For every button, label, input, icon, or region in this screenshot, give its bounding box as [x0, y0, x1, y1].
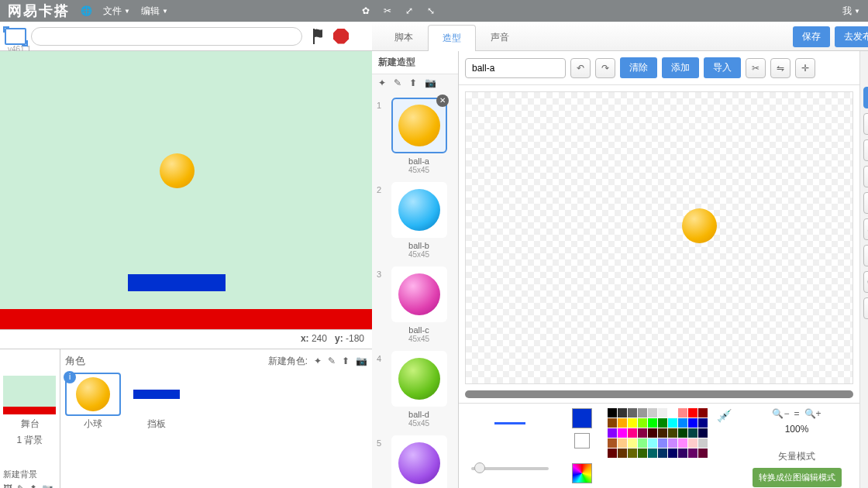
save-button[interactable]: 保存 — [793, 26, 830, 47]
stop-button[interactable] — [333, 29, 349, 44]
text-tool-icon[interactable]: T — [863, 245, 869, 266]
line-tool-icon[interactable]: ＼ — [863, 166, 869, 187]
sprite-item-ball[interactable]: i 小球 — [65, 373, 121, 431]
costume-item-ball-b[interactable]: 2 ✕ ball-b 45x45 — [388, 182, 450, 259]
palette-swatch[interactable] — [618, 448, 627, 458]
palette-swatch[interactable] — [608, 428, 617, 438]
reshape-tool-icon[interactable]: 〰 — [863, 113, 869, 135]
backdrop-camera-icon[interactable]: 📷 — [42, 483, 53, 488]
palette-swatch[interactable] — [648, 438, 657, 448]
fullscreen-icon[interactable] — [5, 28, 26, 45]
tab-costumes[interactable]: 造型 — [428, 25, 476, 51]
canvas-ball-shape[interactable] — [682, 208, 717, 243]
zoom-out-icon[interactable]: 🔍− — [772, 408, 789, 419]
green-flag-button[interactable] — [310, 27, 329, 46]
palette-swatch[interactable] — [668, 418, 677, 428]
palette-swatch[interactable] — [648, 428, 657, 438]
crop-icon[interactable]: ✂ — [746, 58, 766, 78]
costume-camera-icon[interactable]: 📷 — [425, 77, 436, 88]
redo-button[interactable]: ↷ — [595, 58, 615, 78]
palette-swatch[interactable] — [648, 418, 657, 428]
stage-thumbnail[interactable] — [3, 376, 56, 414]
palette-swatch[interactable] — [608, 418, 617, 428]
palette-swatch[interactable] — [638, 418, 647, 428]
palette-swatch[interactable] — [668, 428, 677, 438]
palette-swatch[interactable] — [698, 438, 708, 448]
palette-swatch[interactable] — [618, 428, 627, 438]
grow-icon[interactable]: ⤢ — [405, 5, 413, 16]
palette-swatch[interactable] — [658, 418, 667, 428]
convert-mode-button[interactable]: 转换成位图编辑模式 — [753, 468, 842, 487]
costume-library-icon[interactable]: ✦ — [378, 77, 386, 88]
canvas-scrollbar[interactable] — [465, 390, 853, 398]
palette-swatch[interactable] — [698, 418, 708, 428]
tab-scripts[interactable]: 脚本 — [380, 24, 428, 50]
palette-swatch[interactable] — [608, 448, 617, 458]
palette-swatch[interactable] — [658, 428, 667, 438]
backdrop-paint-icon[interactable]: ✎ — [17, 483, 25, 488]
palette-swatch[interactable] — [698, 448, 708, 458]
sprite-item-paddle[interactable]: 挡板 — [129, 373, 184, 431]
pen-tool-icon[interactable]: ✎ — [863, 139, 869, 161]
costume-item-ball-c[interactable]: 3 ✕ ball-c 45x45 — [388, 266, 450, 343]
costume-item-ball-d[interactable]: 4 ✕ ball-d 45x45 — [388, 351, 450, 428]
menu-edit[interactable]: 编辑▼ — [141, 5, 168, 18]
rect-tool-icon[interactable]: ▭ — [863, 192, 869, 214]
palette-swatch[interactable] — [638, 408, 647, 418]
stroke-width-slider[interactable] — [471, 467, 549, 470]
palette-swatch[interactable] — [678, 418, 687, 428]
color-picker-icon[interactable] — [572, 463, 592, 483]
palette-swatch[interactable] — [698, 428, 708, 438]
primary-color-swatch[interactable] — [572, 408, 592, 428]
sprite-library-icon[interactable]: ✦ — [314, 356, 322, 366]
palette-swatch[interactable] — [678, 428, 687, 438]
costume-item-ball-a[interactable]: 1 ✕ ball-a 45x45 — [388, 98, 450, 174]
stage[interactable] — [0, 51, 372, 330]
backdrop-library-icon[interactable]: 🖼 — [3, 483, 12, 488]
eyedropper-icon[interactable]: 💉 — [717, 408, 732, 423]
tab-sounds[interactable]: 声音 — [476, 24, 524, 50]
import-button[interactable]: 导入 — [704, 57, 741, 78]
palette-swatch[interactable] — [668, 438, 677, 448]
palette-swatch[interactable] — [618, 438, 627, 448]
palette-swatch[interactable] — [678, 438, 687, 448]
palette-swatch[interactable] — [618, 408, 627, 418]
palette-swatch[interactable] — [628, 448, 637, 458]
add-button[interactable]: 添加 — [662, 57, 699, 78]
costume-paint-icon[interactable]: ✎ — [394, 77, 401, 88]
costume-name-input[interactable] — [465, 58, 566, 78]
costume-item-ball-e[interactable]: 5 ✕ ball-e 45x45 — [388, 435, 450, 488]
stamp-tool-icon[interactable]: ⎍ — [863, 297, 869, 319]
palette-swatch[interactable] — [608, 408, 617, 418]
palette-swatch[interactable] — [668, 448, 677, 458]
globe-icon[interactable]: 🌐 — [81, 5, 92, 16]
palette-swatch[interactable] — [688, 438, 698, 448]
palette-swatch[interactable] — [678, 448, 687, 458]
palette-swatch[interactable] — [628, 438, 637, 448]
palette-swatch[interactable] — [608, 438, 617, 448]
select-tool-icon[interactable]: ↖ — [863, 87, 869, 108]
publish-button[interactable]: 去发布 — [835, 26, 868, 47]
sprite-upload-icon[interactable]: ⬆ — [342, 356, 350, 366]
stage-sprite-paddle[interactable] — [128, 274, 226, 291]
flip-h-icon[interactable]: ⇋ — [770, 58, 790, 78]
project-title-input[interactable] — [31, 27, 302, 46]
palette-swatch[interactable] — [658, 448, 667, 458]
palette-swatch[interactable] — [628, 418, 637, 428]
costume-delete-icon[interactable]: ✕ — [436, 95, 449, 107]
center-icon[interactable]: ✛ — [795, 58, 815, 78]
palette-swatch[interactable] — [638, 448, 647, 458]
palette-swatch[interactable] — [628, 428, 637, 438]
secondary-color-swatch[interactable] — [574, 433, 590, 448]
shrink-icon[interactable]: ⤡ — [427, 5, 435, 16]
undo-button[interactable]: ↶ — [570, 58, 591, 78]
stage-sprite-ball[interactable] — [160, 153, 195, 188]
menu-file[interactable]: 文件▼ — [103, 5, 130, 18]
fill-tool-icon[interactable]: 🪣 — [863, 271, 869, 293]
palette-swatch[interactable] — [638, 428, 647, 438]
palette-swatch[interactable] — [618, 418, 627, 428]
menu-me[interactable]: 我▼ — [842, 5, 860, 18]
palette-swatch[interactable] — [698, 408, 708, 418]
sprite-camera-icon[interactable]: 📷 — [356, 356, 367, 366]
zoom-in-icon[interactable]: 🔍+ — [804, 408, 822, 419]
